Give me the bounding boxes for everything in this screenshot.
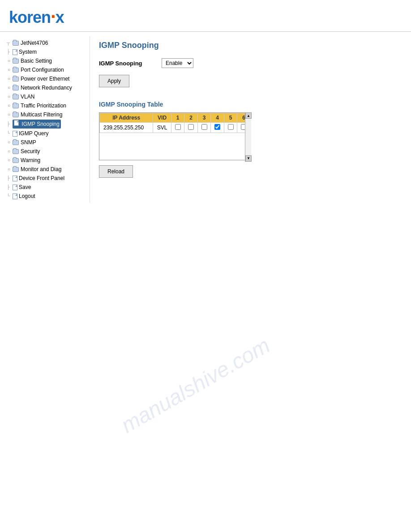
cell-port-4[interactable] xyxy=(211,123,224,133)
sidebar-item-snmp[interactable]: ○ SNMP xyxy=(7,138,90,146)
sidebar-item-label: IGMP Snooping xyxy=(21,121,60,127)
sidebar-item-label: Power over Ethernet xyxy=(21,75,69,83)
sidebar-item-monitor-and-diag[interactable]: ○ Monitor and Diag xyxy=(7,165,90,173)
igmp-snooping-select-wrapper: Enable Disable xyxy=(162,58,193,68)
folder-icon xyxy=(13,140,19,145)
expand-icon[interactable]: ○ xyxy=(7,167,11,172)
expand-icon[interactable]: ○ xyxy=(7,77,11,81)
folder-icon xyxy=(13,86,19,90)
sidebar-item-label: Basic Setting xyxy=(21,57,52,65)
sidebar-item-label: Traffic Prioritization xyxy=(21,102,66,110)
cell-port-2[interactable] xyxy=(184,123,198,133)
checkbox-port-1[interactable] xyxy=(175,124,181,130)
list-item: ○ Network Redundancy xyxy=(7,83,90,92)
list-item: ├ System xyxy=(7,47,90,56)
tree-connector: ├ xyxy=(7,174,11,182)
table-row-empty3 xyxy=(100,151,251,160)
file-icon xyxy=(13,49,17,55)
sidebar-item-system[interactable]: ├ System xyxy=(7,48,90,56)
list-item: ├ IGMP Snooping xyxy=(7,119,90,129)
expand-icon[interactable]: ○ xyxy=(7,140,11,145)
sidebar-item-multicast-filtering[interactable]: ○ Multicast Filtering xyxy=(7,111,90,119)
checkbox-port-2[interactable] xyxy=(188,124,194,130)
checkbox-port-3[interactable] xyxy=(201,124,207,130)
checkbox-port-4[interactable] xyxy=(214,124,220,130)
sidebar-item-vlan[interactable]: ○ VLAN xyxy=(7,93,90,101)
expand-icon[interactable]: ○ xyxy=(7,59,11,63)
table-header-row: IP Address VID 1 2 3 4 5 6 xyxy=(100,113,251,123)
sidebar-item-label: JetNet4706 xyxy=(21,39,48,47)
sidebar-item-label: Network Redundancy xyxy=(21,84,72,92)
reload-button[interactable]: Reload xyxy=(99,165,133,178)
sidebar-item-basic-setting[interactable]: ○ Basic Setting xyxy=(7,57,90,65)
expand-icon[interactable]: ○ xyxy=(7,158,11,163)
sidebar-item-label: Save xyxy=(19,183,31,191)
active-label[interactable]: IGMP Snooping xyxy=(13,120,61,129)
sidebar-item-traffic-prioritization[interactable]: ○ Traffic Prioritization xyxy=(7,102,90,110)
list-item: ○ VLAN xyxy=(7,92,90,101)
list-item: ○ Warning xyxy=(7,156,90,165)
sidebar-item-label: Port Configuration xyxy=(21,66,64,74)
scrollbar-down-button[interactable]: ▼ xyxy=(245,155,252,162)
tree-connector: ├ xyxy=(7,120,11,128)
sidebar: ┬ JetNet4706 ├ System ○ Basic Setting xyxy=(0,36,90,203)
cell-port-1[interactable] xyxy=(171,123,184,133)
col-header-1: 1 xyxy=(171,113,184,123)
logo: koren·x xyxy=(9,8,402,27)
sidebar-item-security[interactable]: ○ Security xyxy=(7,147,90,155)
tree-connector: ┬ xyxy=(7,39,11,47)
list-item: ○ Monitor and Diag xyxy=(7,165,90,174)
folder-icon xyxy=(13,59,19,64)
sidebar-item-logout[interactable]: └ Logout xyxy=(7,192,90,200)
file-icon xyxy=(14,120,19,126)
list-item: ├ Device Front Panel xyxy=(7,174,90,183)
expand-icon[interactable]: ○ xyxy=(7,94,11,99)
scrollbar-up-button[interactable]: ▲ xyxy=(245,112,252,119)
list-item: ○ Multicast Filtering xyxy=(7,110,90,119)
col-header-3: 3 xyxy=(197,113,211,123)
list-item: ├ Save xyxy=(7,183,90,192)
sidebar-item-label: IGMP Query xyxy=(19,129,48,137)
sidebar-item-label: System xyxy=(19,48,37,56)
header: koren·x xyxy=(0,0,411,32)
sidebar-item-label: Device Front Panel xyxy=(19,174,64,182)
cell-ip: 239.255.255.250 xyxy=(100,123,153,133)
sidebar-item-label: SNMP xyxy=(21,138,36,146)
tree-connector: ├ xyxy=(7,48,11,56)
tree-connector: ├ xyxy=(7,183,11,191)
folder-icon xyxy=(13,77,19,82)
expand-icon[interactable]: ○ xyxy=(7,149,11,154)
sidebar-item-port-configuration[interactable]: ○ Port Configuration xyxy=(7,66,90,74)
list-item: ○ Power over Ethernet xyxy=(7,74,90,83)
list-item: ○ Port Configuration xyxy=(7,65,90,74)
cell-port-3[interactable] xyxy=(197,123,211,133)
igmp-snooping-form-row: IGMP Snooping Enable Disable xyxy=(99,58,402,68)
sidebar-item-jetnet4706[interactable]: ┬ JetNet4706 xyxy=(7,39,90,47)
sidebar-item-power-over-ethernet[interactable]: ○ Power over Ethernet xyxy=(7,75,90,83)
watermark: manualshive.com xyxy=(117,333,274,438)
sidebar-item-network-redundancy[interactable]: ○ Network Redundancy xyxy=(7,84,90,92)
sidebar-item-label: VLAN xyxy=(21,93,34,101)
igmp-snooping-select[interactable]: Enable Disable xyxy=(162,58,193,68)
folder-icon xyxy=(13,41,19,46)
tree-connector: └ xyxy=(7,192,11,200)
sidebar-item-igmp-query[interactable]: └ IGMP Query xyxy=(7,129,90,137)
expand-icon[interactable]: ○ xyxy=(7,112,11,117)
sidebar-item-warning[interactable]: ○ Warning xyxy=(7,156,90,164)
igmp-table-wrapper[interactable]: IP Address VID 1 2 3 4 5 6 239.255.255.2 xyxy=(99,112,251,160)
apply-button[interactable]: Apply xyxy=(99,75,129,87)
expand-icon[interactable]: ○ xyxy=(7,86,11,90)
expand-icon[interactable]: ○ xyxy=(7,103,11,108)
table-row: 239.255.255.250 SVL xyxy=(100,123,251,133)
table-row-empty xyxy=(100,133,251,142)
sidebar-item-save[interactable]: ├ Save xyxy=(7,183,90,191)
table-container: IP Address VID 1 2 3 4 5 6 239.255.255.2 xyxy=(99,112,251,162)
cell-vid: SVL xyxy=(153,123,171,133)
checkbox-port-5[interactable] xyxy=(228,124,234,130)
sidebar-item-device-front-panel[interactable]: ├ Device Front Panel xyxy=(7,174,90,182)
folder-icon xyxy=(13,68,19,73)
file-icon xyxy=(13,184,17,190)
expand-icon[interactable]: ○ xyxy=(7,68,11,72)
sidebar-item-igmp-snooping[interactable]: ├ IGMP Snooping xyxy=(7,120,90,129)
cell-port-5[interactable] xyxy=(224,123,237,133)
